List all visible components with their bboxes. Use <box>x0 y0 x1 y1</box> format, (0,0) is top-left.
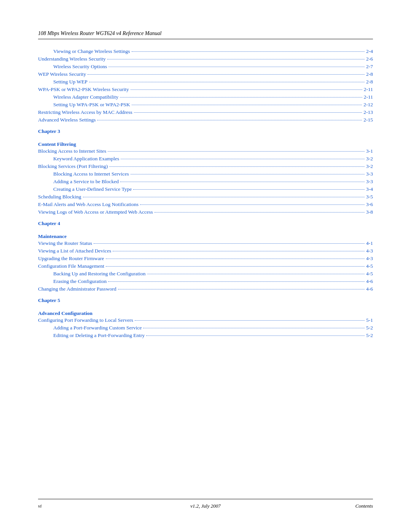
toc-page: 4-6 <box>366 286 373 292</box>
toc-link[interactable]: Wireless Adapter Compatibility <box>53 94 118 100</box>
toc-link[interactable]: Restricting Wireless Access by MAC Addre… <box>38 109 132 115</box>
toc-link[interactable]: Viewing a List of Attached Devices <box>38 248 111 254</box>
toc-link[interactable]: Changing the Administrator Password <box>38 286 116 292</box>
toc-link[interactable]: Viewing the Router Status <box>38 240 92 246</box>
toc-dots <box>135 320 365 321</box>
toc-page: 2-7 <box>366 64 373 70</box>
toc-link[interactable]: Understanding Wireless Security <box>38 56 106 62</box>
toc-page: 3-4 <box>366 186 373 192</box>
toc-link[interactable]: Erasing the Configuration <box>53 278 107 284</box>
toc-page: 3-3 <box>366 179 373 185</box>
toc-page: 2-8 <box>366 79 373 85</box>
toc-page: 3-5 <box>366 194 373 200</box>
toc-link[interactable]: Adding a Service to be Blocked <box>53 179 119 185</box>
toc-entry: WPA-PSK or WPA2-PSK Wireless Security2-1… <box>38 86 373 93</box>
toc-dots <box>131 89 362 90</box>
toc-link[interactable]: Editing or Deleting a Port-Forwarding En… <box>53 332 145 339</box>
toc-entry: Erasing the Configuration4-6 <box>38 278 373 284</box>
toc-dots <box>108 281 365 282</box>
toc-page: 2-4 <box>366 48 373 54</box>
toc-link[interactable]: Adding a Port-Forwarding Custom Service <box>53 325 142 331</box>
toc-link[interactable]: Scheduling Blocking <box>38 194 81 200</box>
toc-entry: Scheduling Blocking3-5 <box>38 194 373 200</box>
toc-entry: Viewing the Router Status4-1 <box>38 240 373 246</box>
toc-link[interactable]: E-Mail Alerts and Web Access Log Notific… <box>38 201 139 208</box>
toc-dots <box>143 328 365 328</box>
toc-page: 3-8 <box>366 209 373 215</box>
page-container: 108 Mbps Wireless Router WGT624 v4 Refer… <box>0 0 411 532</box>
toc-link[interactable]: Viewing or Change Wireless Settings <box>53 48 130 54</box>
toc-link[interactable]: WEP Wireless Security <box>38 71 86 77</box>
footer-page-number: vi <box>38 503 41 509</box>
toc-entry: Adding a Port-Forwarding Custom Service5… <box>38 325 373 331</box>
toc-entry: Setting Up WEP2-8 <box>38 79 373 85</box>
toc-page: 4-6 <box>366 278 373 284</box>
toc-link[interactable]: Setting Up WEP <box>53 79 88 85</box>
toc-link[interactable]: Blocking Services (Port Filtering) <box>38 163 108 169</box>
footer-section: Contents <box>355 503 373 509</box>
toc-page: 5-2 <box>366 325 373 331</box>
toc-entry: Advanced Wireless Settings2-15 <box>38 117 373 123</box>
toc-link[interactable]: Viewing Logs of Web Access or Attempted … <box>38 209 153 215</box>
toc-dots <box>131 174 365 174</box>
toc-dots <box>133 189 365 190</box>
chapter-label: Chapter 5 <box>38 297 373 304</box>
toc-page: 4-3 <box>366 256 373 262</box>
toc-dots <box>94 243 365 244</box>
toc-link[interactable]: Advanced Wireless Settings <box>38 117 96 123</box>
toc-entry: WEP Wireless Security2-8 <box>38 71 373 77</box>
toc-dots <box>83 197 365 197</box>
toc-link[interactable]: Backing Up and Restoring the Configurati… <box>53 271 146 277</box>
toc-entry: Wireless Security Options2-7 <box>38 64 373 70</box>
toc-page: 3-2 <box>366 163 373 169</box>
toc-entry: Viewing a List of Attached Devices4-3 <box>38 248 373 254</box>
toc-dots <box>107 59 365 59</box>
toc-link[interactable]: Creating a User-Defined Service Type <box>53 186 132 192</box>
toc-dots <box>132 105 362 105</box>
toc-dots <box>108 67 365 67</box>
footer-version: v1.2, July 2007 <box>190 503 220 509</box>
toc-link[interactable]: Configuring Port Forwarding to Local Ser… <box>38 317 133 323</box>
toc-dots <box>108 151 365 152</box>
toc-entry: Viewing Logs of Web Access or Attempted … <box>38 209 373 215</box>
toc-dots <box>106 266 365 267</box>
toc-entry: Configuring Port Forwarding to Local Ser… <box>38 317 373 323</box>
toc-entry: Adding a Service to be Blocked3-3 <box>38 179 373 185</box>
toc-dots <box>132 51 365 52</box>
toc-page: 4-1 <box>366 240 373 246</box>
toc-page: 4-5 <box>366 271 373 277</box>
toc-dots <box>88 74 365 75</box>
chapter-title: Maintenance <box>38 233 373 240</box>
toc-dots <box>89 82 365 82</box>
toc-link[interactable]: WPA-PSK or WPA2-PSK Wireless Security <box>38 86 129 93</box>
toc-dots <box>97 120 362 120</box>
toc-dots <box>120 97 362 97</box>
toc-page: 3-1 <box>366 148 373 154</box>
toc-link[interactable]: Keyword Application Examples <box>53 156 119 162</box>
toc-link[interactable]: Upgrading the Router Firmware <box>38 256 104 262</box>
toc-page: 2-11 <box>364 94 373 100</box>
toc-page: 5-1 <box>366 317 373 323</box>
toc-dots <box>147 274 365 274</box>
toc-entry: Wireless Adapter Compatibility2-11 <box>38 94 373 100</box>
toc-page: 4-3 <box>366 248 373 254</box>
toc-link[interactable]: Setting Up WPA-PSK or WPA2-PSK <box>53 102 130 108</box>
toc-entry: Upgrading the Router Firmware4-3 <box>38 256 373 262</box>
toc-dots <box>155 212 365 212</box>
header-rule <box>38 39 373 39</box>
toc-dots <box>146 335 365 336</box>
toc-link[interactable]: Blocking Access to Internet Sites <box>38 148 106 154</box>
toc-link[interactable]: Blocking Access to Internet Services <box>53 171 129 177</box>
header-title: 108 Mbps Wireless Router WGT624 v4 Refer… <box>38 30 373 37</box>
toc-link[interactable]: Configuration File Management <box>38 263 104 269</box>
toc-page: 4-5 <box>366 263 373 269</box>
toc-chapters-section: Chapter 3Content FilteringBlocking Acces… <box>38 128 373 339</box>
toc-dots <box>109 166 365 167</box>
chapter-title: Advanced Configuration <box>38 310 373 316</box>
toc-dots <box>106 259 365 259</box>
toc-entry: Viewing or Change Wireless Settings2-4 <box>38 48 373 54</box>
toc-link[interactable]: Wireless Security Options <box>53 64 107 70</box>
toc-page: 2-11 <box>364 86 373 93</box>
toc-entry: Configuration File Management4-5 <box>38 263 373 269</box>
chapter-label: Chapter 3 <box>38 128 373 134</box>
